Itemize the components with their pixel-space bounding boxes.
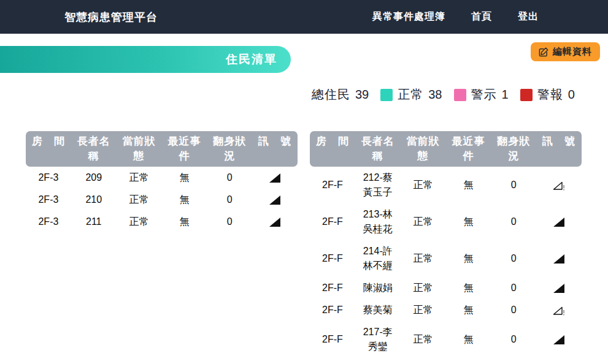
legend-alarm: 警報 0 <box>520 86 575 103</box>
table-row: 2F-F陳淑娟正常無0 <box>310 277 582 299</box>
signal-cell <box>536 178 582 192</box>
legend-normal-value: 38 <box>428 88 442 102</box>
status-legend: 總住民 39 正常 38 警示 1 警報 0 <box>312 86 608 103</box>
resident-table-right: 房 間長者名 稱當前狀 態最近事 件翻身狀 況訊 號 2F-F212-蔡 黃玉子… <box>310 131 582 358</box>
name-cell: 213-林 吳桂花 <box>355 207 401 237</box>
signal-cell <box>536 281 582 295</box>
turn-cell: 0 <box>207 192 252 207</box>
turn-cell: 0 <box>491 251 536 266</box>
room-cell: 2F-3 <box>26 214 71 229</box>
room-cell: 2F-3 <box>26 170 71 185</box>
table-body: 2F-3209正常無02F-3210正常無02F-3211正常無0 <box>26 167 298 233</box>
room-cell: 2F-F <box>310 178 355 192</box>
turn-cell: 0 <box>491 178 536 192</box>
column-header: 最近事 件 <box>161 134 207 164</box>
status-cell: 正常 <box>401 178 446 192</box>
table-body: 2F-F212-蔡 黃玉子正常無02F-F213-林 吳桂花正常無02F-F21… <box>310 167 582 358</box>
column-header: 當前狀 態 <box>117 134 162 164</box>
column-header: 訊 號 <box>536 134 582 164</box>
table-row: 2F-F217-李 秀鑾正常無0 <box>310 321 582 358</box>
signal-full-icon <box>269 195 280 205</box>
turn-cell: 0 <box>491 332 536 347</box>
page-title: 住民清單 <box>226 51 277 67</box>
app-title: 智慧病患管理平台 <box>64 10 158 25</box>
legend-warning-label: 警示 <box>471 86 497 103</box>
column-header: 翻身狀 況 <box>491 134 536 164</box>
name-cell: 212-蔡 黃玉子 <box>355 170 401 200</box>
turn-cell: 0 <box>207 214 252 229</box>
column-header: 訊 號 <box>252 134 298 164</box>
legend-warning: 警示 1 <box>454 86 509 103</box>
status-cell: 正常 <box>401 214 446 229</box>
event-cell: 無 <box>445 332 491 347</box>
signal-full-icon <box>269 173 280 183</box>
nav-link-logout[interactable]: 登出 <box>518 10 539 23</box>
event-cell: 無 <box>161 170 207 185</box>
warning-color-swatch <box>454 89 466 101</box>
signal-full-icon <box>553 335 564 344</box>
nav-link-home[interactable]: 首頁 <box>471 10 492 23</box>
navbar: 智慧病患管理平台 異常事件處理簿 首頁 登出 <box>0 0 608 34</box>
table-header: 房 間長者名 稱當前狀 態最近事 件翻身狀 況訊 號 <box>310 131 582 167</box>
status-cell: 正常 <box>401 251 446 266</box>
table-row: 2F-F214-許 林不緾正常無0 <box>310 240 582 277</box>
room-cell: 2F-F <box>310 251 355 266</box>
event-cell: 無 <box>161 192 207 207</box>
signal-full-icon <box>269 218 280 227</box>
legend-total: 總住民 39 <box>312 86 369 103</box>
event-cell: 無 <box>445 251 491 266</box>
legend-total-label: 總住民 <box>312 86 350 103</box>
turn-cell: 0 <box>491 214 536 229</box>
status-cell: 正常 <box>117 170 162 185</box>
column-header: 房 間 <box>26 134 71 164</box>
banner-row: 住民清單 編輯資料 <box>0 46 608 73</box>
signal-cell <box>536 303 582 317</box>
resident-table-left: 房 間長者名 稱當前狀 態最近事 件翻身狀 況訊 號 2F-3209正常無02F… <box>26 131 298 358</box>
signal-cell <box>536 251 582 266</box>
signal-weak-icon <box>553 306 566 316</box>
signal-cell <box>536 332 582 347</box>
table-header: 房 間長者名 稱當前狀 態最近事 件翻身狀 況訊 號 <box>26 131 298 167</box>
event-cell: 無 <box>445 214 491 229</box>
name-cell: 209 <box>71 170 117 185</box>
column-header: 當前狀 態 <box>401 134 446 164</box>
name-cell: 217-李 秀鑾 <box>355 325 401 354</box>
status-cell: 正常 <box>401 332 446 347</box>
edit-button-label: 編輯資料 <box>553 46 592 58</box>
event-cell: 無 <box>161 214 207 229</box>
status-cell: 正常 <box>117 214 162 229</box>
legend-normal-label: 正常 <box>398 86 423 103</box>
nav-link-event-log[interactable]: 異常事件處理簿 <box>372 10 445 23</box>
signal-full-icon <box>553 284 564 293</box>
signal-cell <box>252 170 298 185</box>
room-cell: 2F-F <box>310 332 355 347</box>
normal-color-swatch <box>380 89 393 101</box>
table-row: 2F-F213-林 吳桂花正常無0 <box>310 203 582 240</box>
column-header: 房 間 <box>310 134 355 164</box>
signal-cell <box>252 214 298 229</box>
room-cell: 2F-3 <box>26 192 71 207</box>
resident-tables: 房 間長者名 稱當前狀 態最近事 件翻身狀 況訊 號 2F-3209正常無02F… <box>26 131 582 358</box>
signal-weak-icon <box>553 181 566 191</box>
event-cell: 無 <box>445 303 491 317</box>
legend-alarm-label: 警報 <box>537 86 563 103</box>
signal-full-icon <box>553 218 564 227</box>
name-cell: 210 <box>71 192 117 207</box>
column-header: 長者名 稱 <box>71 134 117 164</box>
event-cell: 無 <box>445 281 491 295</box>
signal-cell <box>252 192 298 207</box>
status-cell: 正常 <box>401 303 446 317</box>
status-cell: 正常 <box>401 281 446 295</box>
signal-full-icon <box>553 254 564 264</box>
name-cell: 蔡美菊 <box>355 303 401 317</box>
room-cell: 2F-F <box>310 281 355 295</box>
turn-cell: 0 <box>491 281 536 295</box>
room-cell: 2F-F <box>310 214 355 229</box>
table-row: 2F-F蔡美菊正常無0 <box>310 299 582 321</box>
legend-alarm-value: 0 <box>568 88 575 102</box>
column-header: 最近事 件 <box>445 134 491 164</box>
table-row: 2F-3209正常無0 <box>26 167 298 189</box>
edit-data-button[interactable]: 編輯資料 <box>531 42 600 61</box>
table-row: 2F-F212-蔡 黃玉子正常無0 <box>310 167 582 203</box>
event-cell: 無 <box>445 178 491 192</box>
